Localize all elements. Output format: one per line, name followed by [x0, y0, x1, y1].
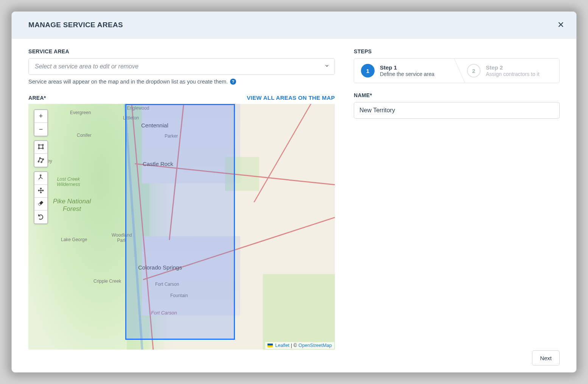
close-button[interactable]: ✕ — [555, 19, 566, 31]
service-area-hint-row: Service areas will appear on the map and… — [28, 79, 335, 85]
zoom-in-button[interactable]: + — [34, 110, 47, 123]
map-label-pike-forest: Pike National Forest — [53, 198, 91, 213]
step-1[interactable]: 1 Step 1 Define the service area — [354, 59, 453, 83]
svg-point-1 — [38, 144, 39, 146]
svg-point-2 — [42, 144, 44, 146]
steps-label: STEPS — [354, 48, 560, 54]
service-area-hint: Service areas will appear on the map and… — [28, 79, 228, 85]
edit-vertices-button[interactable] — [34, 172, 47, 185]
map-attribution: Leaflet | © OpenStreetMap — [265, 342, 334, 349]
close-icon: ✕ — [557, 20, 564, 29]
step-2[interactable]: 2 Step 2 Assign contractors to it — [453, 59, 559, 83]
steps-row: 1 Step 1 Define the service area 2 Step … — [354, 58, 560, 83]
view-all-areas-link[interactable]: VIEW ALL AREAS ON THE MAP — [247, 94, 335, 101]
service-area-label: SERVICE AREA — [28, 48, 335, 54]
map-label-lake-george: Lake George — [61, 237, 87, 242]
rectangle-icon — [37, 143, 44, 151]
next-button[interactable]: Next — [532, 350, 560, 365]
step-1-title: Step 1 — [380, 64, 434, 71]
polygon-icon — [37, 156, 44, 164]
service-area-select[interactable]: Select a service area to edit or remove — [28, 58, 335, 75]
modal-header: MANAGE SERVICE AREAS ✕ — [12, 12, 576, 39]
service-area-placeholder: Select a service area to edit or remove — [28, 58, 335, 75]
map-label-conifer: Conifer — [77, 133, 92, 138]
move-button[interactable] — [34, 185, 47, 198]
map-selection-rectangle[interactable] — [125, 104, 235, 340]
undo-button[interactable] — [34, 211, 47, 223]
zoom-out-button[interactable]: − — [34, 123, 47, 136]
svg-point-8 — [41, 161, 42, 163]
leaflet-link[interactable]: Leaflet — [275, 343, 289, 348]
name-label: NAME* — [354, 92, 560, 98]
draw-polygon-button[interactable] — [34, 154, 47, 167]
osm-link[interactable]: OpenStreetMap — [299, 343, 332, 348]
area-label: AREA* — [28, 95, 46, 101]
ukraine-flag-icon — [268, 344, 273, 347]
svg-point-3 — [38, 148, 39, 149]
svg-point-5 — [38, 161, 39, 162]
help-icon[interactable]: ? — [230, 79, 236, 85]
minus-icon: − — [39, 125, 43, 133]
svg-point-7 — [43, 159, 44, 160]
manage-service-areas-modal: MANAGE SERVICE AREAS ✕ SERVICE AREA Sele… — [11, 11, 577, 373]
svg-point-9 — [40, 175, 41, 176]
step-2-desc: Assign contractors to it — [486, 71, 540, 77]
name-input[interactable] — [354, 102, 560, 119]
eraser-icon — [37, 200, 44, 208]
draw-rectangle-button[interactable] — [34, 141, 47, 154]
erase-button[interactable] — [34, 198, 47, 211]
step-1-bullet: 1 — [361, 64, 375, 77]
map-label-evergreen: Evergreen — [70, 110, 91, 115]
map-label-cripple-creek: Cripple Creek — [93, 279, 121, 284]
step-2-bullet: 2 — [467, 64, 481, 77]
attribution-separator: | © — [291, 343, 297, 348]
modal-title: MANAGE SERVICE AREAS — [28, 21, 123, 29]
undo-icon — [37, 213, 44, 221]
plus-icon: + — [39, 112, 43, 120]
svg-point-4 — [42, 148, 44, 149]
edit-vertex-icon — [37, 174, 44, 182]
map-label-lost-creek: Lost Creek Wilderness — [57, 177, 80, 187]
step-1-desc: Define the service area — [380, 71, 434, 77]
step-2-title: Step 2 — [486, 64, 540, 71]
move-icon — [37, 187, 44, 195]
map[interactable]: Evergreen Englewood Littleton Centennial… — [28, 104, 335, 350]
svg-point-6 — [39, 158, 40, 159]
map-toolbar: + − — [34, 109, 48, 224]
